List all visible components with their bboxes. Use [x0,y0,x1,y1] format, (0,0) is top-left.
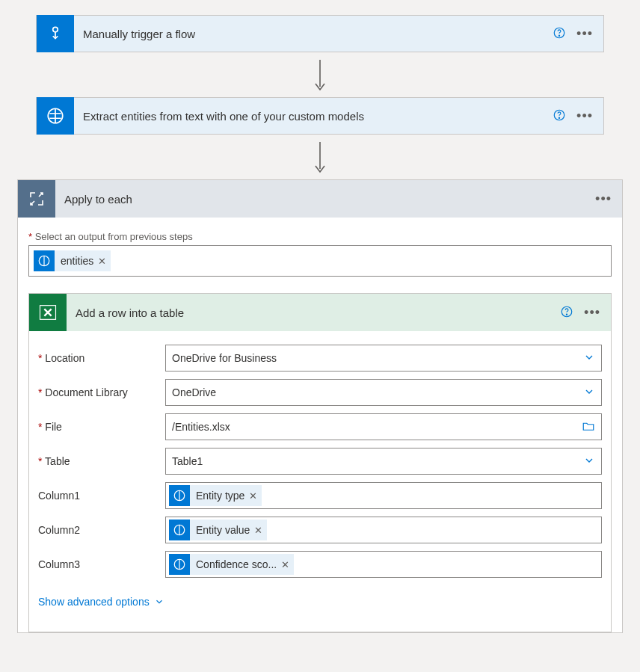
apply-header[interactable]: Apply to each ••• [18,180,622,218]
svg-point-0 [53,27,58,32]
apply-to-each-card: Apply to each ••• * Select an output fro… [17,179,623,633]
doclib-label: * Document Library [38,386,165,398]
trigger-title: Manually trigger a flow [74,28,553,40]
trigger-step-card[interactable]: Manually trigger a flow ••• [36,15,604,52]
extract-step-card[interactable]: Extract entities from text with one of y… [36,97,604,135]
column3-input[interactable]: Confidence sco... ✕ [165,551,602,578]
table-value: Table1 [172,455,203,467]
ellipsis-icon[interactable]: ••• [576,109,593,123]
svg-point-4 [559,117,559,118]
location-value: OneDrive for Business [172,352,277,364]
ellipsis-icon[interactable]: ••• [576,27,593,40]
token-confidence-score[interactable]: Confidence sco... ✕ [169,554,294,575]
chevron-down-icon [583,386,595,400]
token-label: Confidence sco... [196,558,277,570]
doclib-value: OneDrive [172,386,216,398]
arrow-connector [15,135,625,179]
location-dropdown[interactable]: OneDrive for Business [165,345,602,372]
help-icon[interactable] [560,305,573,321]
table-dropdown[interactable]: Table1 [165,448,602,475]
chevron-down-icon [154,597,164,607]
add-row-card: Add a row into a table ••• * Location On… [28,293,612,632]
select-output-input[interactable]: entities ✕ [28,245,612,277]
column3-label: Column3 [38,558,165,570]
add-row-header[interactable]: Add a row into a table ••• [29,294,611,331]
file-picker[interactable]: /Entities.xlsx [165,413,602,440]
trigger-icon [37,15,74,52]
token-remove-icon[interactable]: ✕ [281,559,289,570]
show-advanced-options-link[interactable]: Show advanced options [38,578,164,623]
token-entity-value[interactable]: Entity value ✕ [169,520,267,540]
token-entity-type[interactable]: Entity type ✕ [169,485,262,506]
location-label: * Location [38,352,165,364]
add-row-title: Add a row into a table [67,306,560,319]
svg-point-2 [559,35,559,36]
folder-icon[interactable] [582,419,595,435]
chevron-down-icon [583,351,595,366]
token-remove-icon[interactable]: ✕ [254,525,262,536]
column1-label: Column1 [38,490,165,502]
ellipsis-icon[interactable]: ••• [595,192,612,206]
column2-label: Column2 [38,524,165,536]
arrow-connector [15,52,625,97]
file-label: * File [38,421,165,433]
token-ai-icon [169,520,190,540]
ellipsis-icon[interactable]: ••• [584,306,600,319]
chevron-down-icon [583,454,595,469]
token-ai-icon [34,250,55,271]
token-label: entities [61,255,93,267]
token-label: Entity type [196,490,244,502]
file-value: /Entities.xlsx [172,421,230,433]
token-remove-icon[interactable]: ✕ [249,490,257,502]
svg-point-8 [566,314,567,315]
help-icon[interactable] [553,108,566,124]
token-entities[interactable]: entities ✕ [34,250,111,271]
token-remove-icon[interactable]: ✕ [98,256,106,267]
excel-icon [29,294,67,331]
column1-input[interactable]: Entity type ✕ [165,482,602,509]
token-label: Entity value [196,524,250,536]
select-output-label: * Select an output from previous steps [28,231,612,242]
extract-title: Extract entities from text with one of y… [74,110,553,123]
ai-icon [37,97,74,135]
help-icon[interactable] [553,26,566,42]
table-label: * Table [38,455,165,467]
advanced-link-label: Show advanced options [38,596,150,608]
loop-icon [18,180,55,218]
apply-title: Apply to each [55,193,595,206]
column2-input[interactable]: Entity value ✕ [165,517,602,543]
doclib-dropdown[interactable]: OneDrive [165,379,602,406]
token-ai-icon [169,554,190,575]
token-ai-icon [169,485,190,506]
